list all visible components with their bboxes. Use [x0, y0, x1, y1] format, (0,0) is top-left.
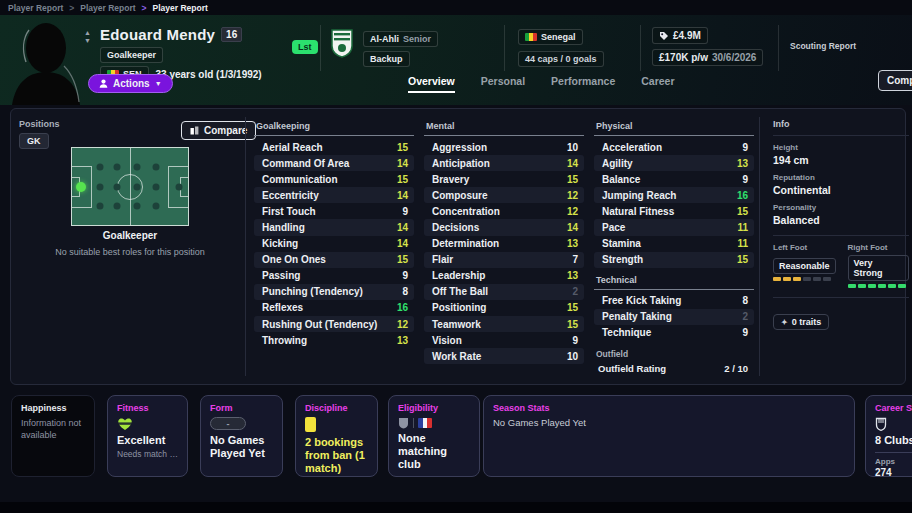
- attribute-group-title: Goalkeeping: [254, 119, 414, 136]
- scouting-report-label: Scouting Report: [790, 41, 856, 51]
- attribute-name: Acceleration: [602, 142, 662, 153]
- season-stats-card[interactable]: Season Stats No Games Played Yet: [483, 395, 855, 477]
- attribute-value: 9: [572, 335, 578, 346]
- happiness-card[interactable]: Happiness Information not available: [11, 395, 95, 477]
- season-stats-text: No Games Played Yet: [493, 417, 845, 428]
- position-badge-gk[interactable]: GK: [19, 133, 49, 149]
- attribute-value: 15: [737, 254, 748, 265]
- career-stats-card[interactable]: Career Stats 8 Clubs Apps274Cl0: [865, 395, 912, 477]
- eligibility-title: Eligibility: [398, 403, 470, 413]
- bottom-bar: [0, 502, 912, 513]
- attribute-row: Aggression10: [424, 139, 584, 155]
- fitness-card[interactable]: Fitness Excellent Needs match sharp...: [107, 395, 188, 477]
- attribute-row: Throwing13: [254, 332, 414, 348]
- traits-button[interactable]: ✦ 0 traits: [773, 314, 829, 330]
- form-text: No Games Played Yet: [210, 434, 273, 460]
- foot-strength-segment: [888, 284, 896, 288]
- form-pill-icon: -: [210, 417, 246, 430]
- outfield-rating-value: 2 / 10: [724, 363, 748, 374]
- attribute-value: 10: [567, 351, 578, 362]
- attribute-name: Technique: [602, 327, 651, 338]
- attribute-name: Flair: [432, 254, 453, 265]
- attribute-value: 2: [572, 286, 578, 297]
- foot-strength-segment: [878, 284, 886, 288]
- actions-button[interactable]: Actions ▼: [88, 74, 173, 93]
- attribute-name: Jumping Reach: [602, 190, 676, 201]
- chevron-down-icon[interactable]: ▼: [84, 37, 91, 44]
- attribute-value: 2: [742, 311, 748, 322]
- attribute-name: Strength: [602, 254, 643, 265]
- squad-number-badge: 16: [221, 27, 242, 42]
- tag-icon: [659, 31, 669, 41]
- tab-personal[interactable]: Personal: [481, 75, 525, 93]
- overview-panel: Positions GK Compare Goalkeeper No suita…: [10, 108, 906, 385]
- breadcrumb-item[interactable]: Player Report: [80, 3, 135, 13]
- career-clubs: 8 Clubs: [875, 434, 912, 447]
- tab-career[interactable]: Career: [641, 75, 674, 93]
- position-dot: [114, 183, 121, 190]
- attribute-row: Agility13: [594, 155, 754, 171]
- attribute-row: Passing9: [254, 268, 414, 284]
- position-dot-gk-active: [76, 182, 86, 192]
- header-divider: [320, 25, 321, 71]
- position-dot: [133, 183, 140, 190]
- attribute-name: Free Kick Taking: [602, 295, 681, 306]
- career-stat: Apps274: [875, 457, 895, 477]
- breadcrumb-item[interactable]: Player Report: [8, 3, 63, 13]
- shortlist-button[interactable]: Lst: [292, 40, 318, 54]
- attribute-row: Eccentricity14: [254, 187, 414, 203]
- chevron-up-icon[interactable]: ▲: [84, 29, 91, 36]
- compare-icon: [190, 126, 199, 135]
- attribute-row: Composure12: [424, 187, 584, 203]
- form-card[interactable]: Form - No Games Played Yet: [200, 395, 283, 477]
- club-pill[interactable]: Al-Ahli Senior: [363, 31, 438, 47]
- compare-button-top[interactable]: Compare: [878, 70, 912, 91]
- breadcrumb-item[interactable]: Player Report: [153, 3, 208, 13]
- attribute-name: Stamina: [602, 238, 641, 249]
- attribute-value: 12: [567, 190, 578, 201]
- attribute-value: 15: [567, 319, 578, 330]
- position-pill[interactable]: Goalkeeper: [100, 47, 163, 63]
- foot-strength-segment: [803, 277, 811, 281]
- attribute-row: Decisions14: [424, 219, 584, 235]
- attribute-row: Pace11: [594, 219, 754, 235]
- player-cycle-chevrons: ▲ ▼: [84, 29, 91, 44]
- player-name: Edouard Mendy: [100, 26, 215, 43]
- attribute-value: 11: [737, 222, 748, 233]
- position-dot: [114, 164, 121, 171]
- caps-goals-pill: 44 caps / 0 goals: [518, 51, 604, 67]
- tab-performance[interactable]: Performance: [551, 75, 615, 93]
- nation-pill[interactable]: Senegal: [518, 29, 583, 45]
- divider: [398, 476, 470, 477]
- discipline-card[interactable]: Discipline 2 bookings from ban (1 match): [295, 395, 378, 477]
- panel-divider: [759, 117, 760, 376]
- attribute-value: 16: [397, 302, 408, 313]
- attribute-name: Natural Fitness: [602, 206, 674, 217]
- squad-status-pill: Backup: [363, 51, 410, 67]
- position-dot: [152, 202, 159, 209]
- attribute-name: One On Ones: [262, 254, 326, 265]
- attribute-value: 15: [567, 302, 578, 313]
- attribute-name: Aggression: [432, 142, 487, 153]
- tab-overview[interactable]: Overview: [408, 75, 455, 93]
- attribute-value: 14: [397, 238, 408, 249]
- divider: [875, 452, 912, 453]
- fitness-note: Needs match sharp...: [117, 449, 178, 459]
- attribute-name: Eccentricity: [262, 190, 319, 201]
- happiness-text: Information not available: [21, 417, 85, 441]
- breadcrumb: Player Report>Player Report>Player Repor…: [0, 0, 912, 15]
- positions-pitch: [71, 147, 189, 226]
- attribute-value: 8: [402, 286, 408, 297]
- attribute-group-title: Technical: [594, 273, 754, 290]
- eligibility-card[interactable]: Eligibility None matching club +2 eligib…: [388, 395, 480, 477]
- heart-icon: [117, 417, 133, 431]
- foot-strength-segment: [868, 284, 876, 288]
- form-title: Form: [210, 403, 273, 413]
- foot-strength-segment: [898, 284, 906, 288]
- physical-technical-attributes-column: PhysicalAcceleration9Agility13Balance9Ju…: [594, 119, 754, 374]
- outfield-rating-label: Outfield Rating: [598, 363, 666, 374]
- breadcrumb-separator: >: [69, 3, 74, 13]
- attribute-row: Communication15: [254, 171, 414, 187]
- attribute-value: 15: [397, 174, 408, 185]
- chevron-down-icon: ▼: [155, 80, 162, 87]
